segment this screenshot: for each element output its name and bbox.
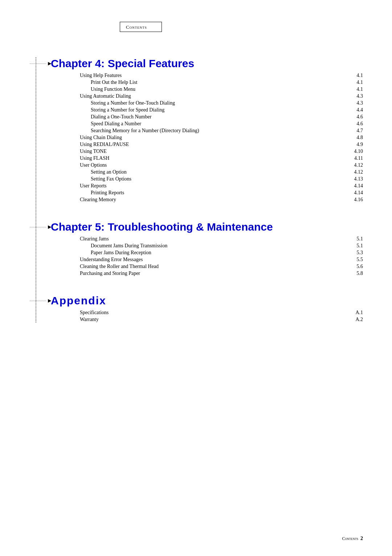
- chapter4-title: Chapter 4: Special Features: [51, 57, 194, 70]
- toc-entry-text: Using Help Features: [80, 73, 122, 78]
- toc-entry-page: 5.1: [348, 236, 363, 242]
- toc-entry: WarrantyA.2: [80, 317, 363, 322]
- toc-entry-page: 5.8: [348, 271, 363, 276]
- toc-entry: Clearing Memory4.16: [80, 197, 363, 203]
- toc-entry: Cleaning the Roller and Thermal Head5.6: [80, 264, 363, 269]
- toc-entry-page: 4.16: [348, 197, 363, 203]
- content-area: ► Chapter 4: Special Features Using Help…: [29, 57, 363, 322]
- page-footer: Contents 2: [342, 536, 363, 541]
- toc-entry-page: 4.14: [348, 183, 363, 189]
- toc-entry: Using Help Features4.1: [80, 73, 363, 78]
- toc-entry-text: Clearing Jams: [80, 236, 109, 242]
- toc-entry-page: 5.1: [348, 243, 363, 249]
- toc-entry: Understanding Error Messages5.5: [80, 257, 363, 263]
- chapter4-arrow-head: ►: [47, 60, 53, 67]
- toc-entry-page: 4.14: [348, 190, 363, 196]
- toc-entry-text: User Reports: [80, 183, 107, 189]
- toc-entry-text: Understanding Error Messages: [80, 257, 143, 263]
- toc-entry-text: Printing Reports: [91, 190, 124, 196]
- toc-entry: Using Automatic Dialing4.3: [80, 93, 363, 99]
- toc-entry-text: Print Out the Help List: [91, 80, 137, 85]
- toc-entry: Setting Fax Options4.13: [80, 176, 363, 182]
- page: Contents ► Chapter 4: Special Features U…: [0, 0, 392, 556]
- toc-entry-page: 4.12: [348, 162, 363, 168]
- toc-entry-page: 4.3: [348, 93, 363, 99]
- toc-entry-page: A.1: [348, 310, 363, 316]
- chapter4-heading: ► Chapter 4: Special Features: [51, 57, 363, 70]
- toc-entry: Clearing Jams5.1: [80, 236, 363, 242]
- header-title: Contents: [126, 24, 147, 30]
- appendix-heading: ► Appendix: [51, 295, 363, 307]
- toc-entry: Paper Jams During Reception5.3: [80, 250, 363, 256]
- footer-page-number: 2: [360, 536, 363, 541]
- toc-entry-text: Using FLASH: [80, 155, 109, 161]
- toc-entry: Using REDIAL/PAUSE4.9: [80, 142, 363, 147]
- toc-entry-text: Speed Dialing a Number: [91, 121, 141, 127]
- toc-entry-page: 4.12: [348, 169, 363, 175]
- toc-entry: Using TONE4.10: [80, 149, 363, 154]
- toc-entry-text: Using Chain Dialing: [80, 135, 122, 141]
- toc-entry-page: 4.11: [348, 155, 363, 161]
- footer-label: Contents: [342, 536, 358, 541]
- appendix-arrow-head: ►: [47, 297, 53, 304]
- appendix-entries: SpecificationsA.1WarrantyA.2: [51, 310, 363, 322]
- toc-entry: Printing Reports4.14: [80, 190, 363, 196]
- toc-entry-page: 4.13: [348, 176, 363, 182]
- toc-entry: SpecificationsA.1: [80, 310, 363, 316]
- header-box: Contents: [120, 22, 162, 32]
- toc-entry-page: 4.1: [348, 80, 363, 85]
- toc-entry: Using FLASH4.11: [80, 155, 363, 161]
- toc-entry-text: Purchasing and Storing Paper: [80, 271, 140, 276]
- toc-entry-text: Using Automatic Dialing: [80, 93, 131, 99]
- toc-entry-page: 4.8: [348, 135, 363, 141]
- toc-entry-text: Document Jams During Transmission: [91, 243, 167, 249]
- toc-entry-text: Specifications: [80, 310, 109, 316]
- chapter5-heading: ► Chapter 5: Troubleshooting & Maintenan…: [51, 221, 363, 233]
- toc-entry-page: 5.5: [348, 257, 363, 263]
- toc-entry: Dialing a One-Touch Number4.6: [80, 114, 363, 120]
- chapter5-entries: Clearing Jams5.1Document Jams During Tra…: [51, 236, 363, 276]
- chapter5-section: ► Chapter 5: Troubleshooting & Maintenan…: [51, 221, 363, 276]
- toc-entry-page: 5.6: [348, 264, 363, 269]
- chapter4-entries: Using Help Features4.1Print Out the Help…: [51, 73, 363, 203]
- toc-entry-page: 4.7: [348, 128, 363, 134]
- toc-entry: Storing a Number for One-Touch Dialing4.…: [80, 100, 363, 106]
- toc-entry-text: Using REDIAL/PAUSE: [80, 142, 129, 147]
- appendix-arrow: ►: [30, 297, 53, 304]
- toc-entry-page: 4.9: [348, 142, 363, 147]
- toc-entry: Storing a Number for Speed Dialing4.4: [80, 107, 363, 113]
- chapter4-arrow: ►: [30, 60, 53, 67]
- toc-entry: User Options4.12: [80, 162, 363, 168]
- toc-entry-page: 4.1: [348, 86, 363, 92]
- toc-entry: Document Jams During Transmission5.1: [80, 243, 363, 249]
- toc-entry-text: Paper Jams During Reception: [91, 250, 151, 256]
- toc-entry-page: 4.6: [348, 121, 363, 127]
- toc-entry: Purchasing and Storing Paper5.8: [80, 271, 363, 276]
- toc-entry-text: Cleaning the Roller and Thermal Head: [80, 264, 159, 269]
- toc-entry: Using Chain Dialing4.8: [80, 135, 363, 141]
- toc-entry: Setting an Option4.12: [80, 169, 363, 175]
- footer-content: Contents 2: [342, 536, 363, 541]
- chapter4-section: ► Chapter 4: Special Features Using Help…: [51, 57, 363, 203]
- chapter5-arrow-head: ►: [47, 224, 53, 230]
- toc-entry-text: Storing a Number for Speed Dialing: [91, 107, 164, 113]
- toc-entry-page: 4.3: [348, 100, 363, 106]
- toc-entry-page: 4.10: [348, 149, 363, 154]
- toc-entry-text: Setting an Option: [91, 169, 127, 175]
- toc-entry: User Reports4.14: [80, 183, 363, 189]
- toc-entry-page: 4.1: [348, 73, 363, 78]
- toc-entry-text: Using TONE: [80, 149, 107, 154]
- toc-entry: Searching Memory for a Number (Directory…: [80, 128, 363, 134]
- chapter5-title: Chapter 5: Troubleshooting & Maintenance: [51, 221, 273, 233]
- appendix-title: Appendix: [51, 295, 106, 307]
- appendix-section: ► Appendix SpecificationsA.1WarrantyA.2: [51, 295, 363, 322]
- dotted-border: [36, 57, 36, 322]
- toc-entry: Print Out the Help List4.1: [80, 80, 363, 85]
- chapter5-arrow: ►: [30, 224, 53, 230]
- toc-entry-page: 5.3: [348, 250, 363, 256]
- toc-entry-text: Setting Fax Options: [91, 176, 131, 182]
- toc-entry-page: 4.6: [348, 114, 363, 120]
- toc-entry-text: Clearing Memory: [80, 197, 116, 203]
- toc-entry: Using Function Menu4.1: [80, 86, 363, 92]
- chapter4-dots: [30, 64, 46, 64]
